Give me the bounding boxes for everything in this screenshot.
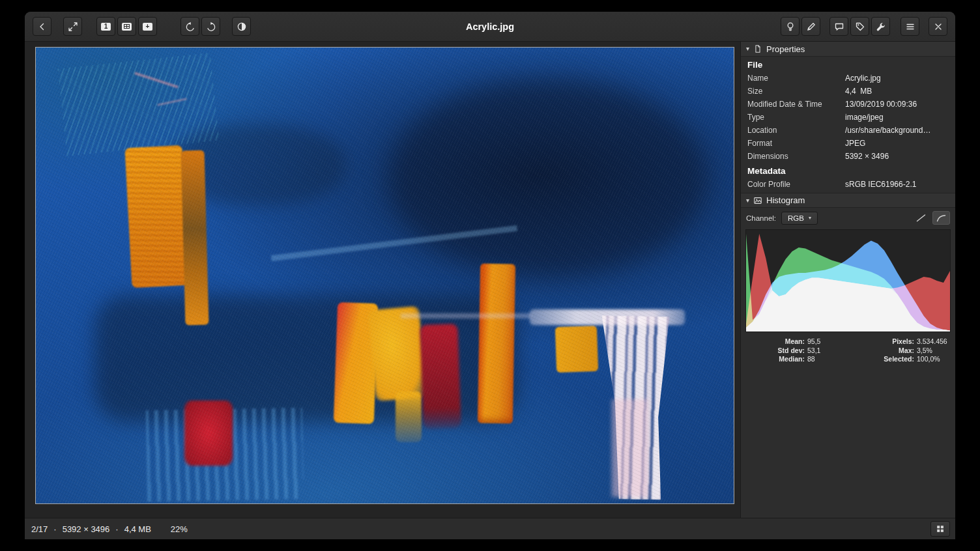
property-label: Dimensions	[747, 152, 845, 162]
property-row: Name Acrylic.jpg	[741, 72, 955, 85]
zoom-in-button[interactable]: +	[138, 17, 157, 36]
properties-expander[interactable]: ▾ Properties	[741, 42, 955, 57]
property-row: Color Profile sRGB IEC61966-2.1	[741, 178, 955, 191]
property-row: Dimensions 5392 × 3496	[741, 150, 955, 163]
chevron-down-icon: ▾	[809, 215, 811, 221]
brush-button[interactable]	[801, 17, 820, 36]
thumbnails-toggle-button[interactable]	[930, 521, 950, 537]
zoom-fit-button[interactable]	[117, 17, 136, 36]
stat-label: Selected:	[857, 355, 914, 364]
statusbar-dimensions: 5392 × 3496	[63, 524, 110, 534]
histogram-expander[interactable]: ▾ Histogram	[741, 193, 955, 208]
scale-button-group	[912, 211, 950, 225]
statusbar: 2/17 · 5392 × 3496 · 4,4 MB 22%	[25, 518, 955, 539]
contrast-button[interactable]	[232, 17, 251, 36]
statusbar-zoom: 22%	[171, 524, 188, 534]
property-label: Location	[747, 126, 845, 135]
back-chevron-icon	[37, 21, 48, 32]
property-label: Type	[747, 113, 845, 122]
rotate-right-icon	[206, 21, 216, 32]
property-row: Format JPEG	[741, 137, 955, 150]
stat-value: 88	[807, 355, 854, 364]
property-value: /usr/share/background…	[845, 126, 930, 135]
expander-arrow-icon: ▾	[746, 197, 749, 204]
close-button[interactable]	[929, 17, 947, 36]
rotate-left-button[interactable]	[180, 17, 199, 36]
lightbulb-icon	[785, 21, 796, 32]
rotate-right-button[interactable]	[201, 17, 220, 36]
property-value: 4,4 MB	[845, 87, 872, 96]
main-area: ▾ Properties File Name Acrylic.jpg Size …	[25, 42, 955, 518]
menu-button[interactable]	[901, 17, 919, 36]
wrench-icon	[876, 21, 886, 32]
statusbar-separator: ·	[53, 524, 56, 534]
grid-icon	[936, 524, 945, 533]
image-frame	[35, 47, 734, 504]
histogram-title: Histogram	[766, 195, 805, 205]
zoom-original-icon: 1	[101, 23, 111, 31]
linear-scale-icon	[916, 214, 926, 222]
zoom-fit-icon	[122, 23, 132, 31]
brush-icon	[806, 21, 816, 32]
lightbulb-button[interactable]	[781, 17, 800, 36]
comment-bubble-icon	[834, 21, 844, 32]
screen: 1 +	[0, 0, 980, 551]
image-canvas[interactable]	[36, 48, 734, 503]
statusbar-size: 4,4 MB	[124, 524, 151, 534]
channel-select[interactable]: RGB ▾	[781, 212, 818, 225]
contrast-circle-icon	[237, 21, 247, 32]
property-row: Location /usr/share/background…	[741, 124, 955, 137]
property-value: 13/09/2019 00:09:36	[845, 100, 917, 109]
zoom-button-group: 1 +	[96, 17, 157, 36]
log-scale-icon	[936, 214, 946, 222]
channel-value: RGB	[788, 214, 804, 222]
section-heading-file: File	[741, 57, 955, 72]
property-label: Modified Date & Time	[747, 100, 845, 109]
wrench-button[interactable]	[871, 17, 890, 36]
property-label: Format	[747, 139, 845, 148]
metadata-button-group	[829, 17, 890, 36]
fullscreen-button[interactable]	[63, 17, 82, 36]
property-value: image/jpeg	[845, 113, 884, 122]
image-viewer[interactable]	[25, 42, 740, 518]
fullscreen-arrows-icon	[68, 21, 78, 32]
statusbar-info: 2/17 · 5392 × 3496 · 4,4 MB	[31, 524, 151, 534]
property-value: sRGB IEC61966-2.1	[845, 180, 916, 190]
stat-label: Mean:	[746, 337, 805, 346]
zoom-in-icon: +	[143, 23, 152, 31]
property-label: Name	[747, 74, 845, 83]
properties-sidebar: ▾ Properties File Name Acrylic.jpg Size …	[740, 42, 955, 518]
stat-value: 3.534.456	[917, 337, 950, 346]
back-button[interactable]	[33, 17, 51, 36]
property-label: Color Profile	[747, 180, 845, 190]
image-viewer-window: 1 +	[25, 12, 955, 539]
histogram-toolbar: Channel: RGB ▾	[741, 208, 955, 227]
comment-button[interactable]	[829, 17, 848, 36]
window-title: Acrylic.jpg	[466, 21, 514, 32]
close-icon	[933, 21, 944, 32]
stat-label: Median:	[746, 355, 805, 364]
property-row: Size 4,4 MB	[741, 85, 955, 98]
hamburger-menu-icon	[905, 21, 915, 32]
properties-panel: File Name Acrylic.jpg Size 4,4 MB Modifi…	[741, 57, 955, 191]
toolbar-right	[781, 12, 955, 41]
channel-label: Channel:	[746, 214, 776, 222]
property-label: Size	[747, 87, 845, 96]
stat-label: Pixels:	[857, 337, 914, 346]
stat-value: 3,5%	[917, 346, 950, 356]
tag-button[interactable]	[850, 17, 869, 36]
headerbar: 1 +	[25, 12, 955, 42]
section-heading-metadata: Metadata	[741, 163, 955, 178]
stat-value: 100,0%	[917, 355, 950, 364]
expander-arrow-icon: ▾	[746, 46, 749, 52]
property-row: Type image/jpeg	[741, 111, 955, 124]
tag-icon	[855, 21, 865, 32]
histogram-plot[interactable]	[745, 229, 951, 332]
logarithmic-histogram-button[interactable]	[932, 211, 950, 225]
stat-label: Max:	[857, 346, 914, 356]
paint-canvas-texture	[36, 48, 734, 503]
toolbar-left: 1 +	[25, 12, 251, 41]
properties-title: Properties	[766, 44, 805, 54]
linear-histogram-button[interactable]	[912, 211, 930, 225]
zoom-original-button[interactable]: 1	[96, 17, 115, 36]
